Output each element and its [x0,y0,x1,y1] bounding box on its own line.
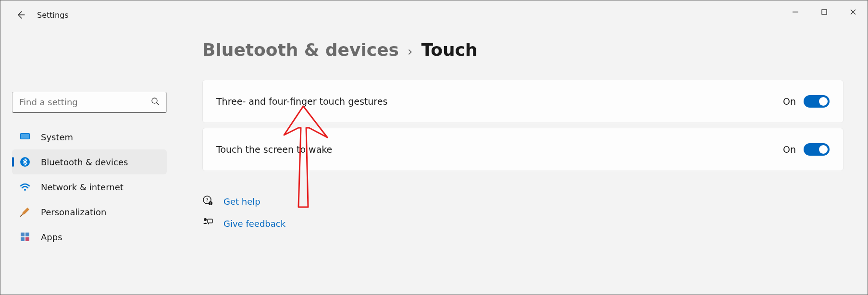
setting-label: Touch the screen to wake [216,144,783,155]
setting-label: Three- and four-finger touch gestures [216,96,783,107]
setting-row-touch-wake: Touch the screen to wake On [202,128,843,171]
svg-text:?: ? [206,197,209,203]
search-icon [151,97,160,108]
sidebar-item-label: Personalization [41,207,106,217]
sidebar-item-apps[interactable]: Apps [12,224,167,249]
svg-rect-8 [21,237,25,241]
sidebar-item-network-internet[interactable]: Network & internet [12,174,167,199]
sidebar-item-label: Apps [41,232,62,242]
svg-rect-6 [21,233,25,236]
maximize-icon [821,9,828,15]
svg-rect-0 [822,10,827,14]
setting-row-gestures: Three- and four-finger touch gestures On [202,80,843,123]
svg-rect-7 [25,233,29,236]
chevron-right-icon: › [408,44,412,59]
minimize-button[interactable] [781,0,810,24]
help-icon: ?? [202,195,213,208]
system-icon [20,132,30,142]
toggle-state-label: On [783,144,796,155]
apps-icon [20,232,30,242]
toggle-gestures[interactable] [804,95,830,108]
svg-point-14 [204,218,207,221]
svg-rect-9 [25,237,29,241]
search-input[interactable] [19,97,151,107]
sidebar-item-label: System [41,132,73,142]
close-button[interactable] [839,0,868,24]
svg-text:?: ? [210,202,211,205]
toggle-touch-wake[interactable] [804,143,830,156]
sidebar-item-label: Network & internet [41,182,124,192]
bluetooth-icon [20,157,30,167]
wifi-icon [20,182,30,192]
feedback-icon [202,217,213,230]
breadcrumb-parent[interactable]: Bluetooth & devices [202,40,399,60]
arrow-left-icon [16,10,25,20]
back-button[interactable] [11,5,30,25]
svg-point-1 [152,98,157,103]
toggle-state-label: On [783,96,796,107]
breadcrumb: Bluetooth & devices › Touch [202,40,843,60]
maximize-button[interactable] [810,0,839,24]
svg-rect-15 [208,219,212,223]
page-title: Touch [421,40,477,60]
get-help-link[interactable]: Get help [223,197,260,207]
svg-point-5 [24,189,26,191]
close-icon [850,9,856,15]
minimize-icon [792,9,799,15]
search-input-wrapper[interactable] [12,92,167,113]
sidebar-item-system[interactable]: System [12,124,167,149]
brush-icon [20,207,30,217]
app-title: Settings [37,11,69,20]
sidebar-item-label: Bluetooth & devices [41,157,128,167]
give-feedback-link[interactable]: Give feedback [223,219,285,229]
sidebar-item-personalization[interactable]: Personalization [12,199,167,224]
svg-rect-3 [21,134,29,139]
sidebar-item-bluetooth-devices[interactable]: Bluetooth & devices [12,149,167,174]
